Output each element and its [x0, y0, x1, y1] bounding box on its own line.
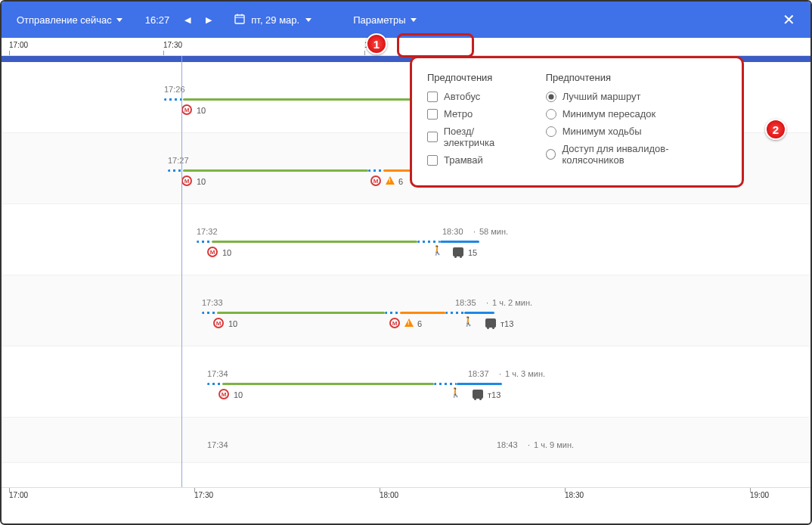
time-control: 16:27 ◀ ▶	[145, 14, 212, 26]
route-row[interactable]: 17:34 18:37 · 1 ч. 3 мин. М 10 🚶 т13	[2, 346, 810, 418]
depart-dropdown[interactable]: Отправление сейчас	[17, 14, 122, 26]
ruler-bottom: 17:00 17:30 18:00 18:30 19:00	[2, 487, 810, 505]
annotation-badge-2: 2	[765, 119, 786, 140]
checkbox-bus[interactable]: Автобус	[427, 91, 523, 102]
popup-heading: Предпочтения	[546, 72, 727, 83]
checkbox-train[interactable]: Поезд/электричка	[427, 126, 523, 148]
close-icon[interactable]: ✕	[783, 11, 795, 29]
metro-icon: М	[181, 176, 192, 186]
time-next-icon[interactable]: ▶	[206, 15, 212, 25]
popup-heading: Предпочтения	[427, 72, 523, 83]
checkbox-metro[interactable]: Метро	[427, 108, 523, 120]
route-row[interactable]: 17:33 18:35 · 1 ч. 2 мин. М 10 М 6 🚶 т13	[2, 275, 810, 346]
bus-icon	[485, 318, 496, 328]
params-dropdown[interactable]: Параметры	[353, 14, 416, 26]
now-line	[181, 56, 182, 487]
metro-icon: М	[370, 176, 381, 186]
chevron-down-icon	[116, 18, 122, 22]
chevron-down-icon	[411, 18, 417, 22]
date-control[interactable]: пт, 29 мар.	[234, 14, 311, 26]
metro-icon: М	[389, 318, 400, 328]
walk-icon: 🚶	[432, 245, 443, 256]
metro-icon: М	[181, 104, 192, 115]
svg-rect-0	[235, 15, 244, 23]
radio-best-route[interactable]: Лучший маршрут	[546, 91, 727, 102]
annotation-badge-1: 1	[366, 33, 387, 54]
metro-icon: М	[218, 389, 229, 399]
radio-less-walking[interactable]: Минимум ходьбы	[546, 126, 727, 137]
radio-fewer-transfers[interactable]: Минимум пересадок	[546, 108, 727, 120]
time-value[interactable]: 16:27	[145, 14, 170, 26]
walk-icon: 🚶	[463, 316, 474, 327]
bus-icon	[473, 390, 483, 399]
route-row[interactable]: 17:32 18:30 · 58 мин. М 10 🚶 15	[2, 204, 810, 275]
metro-icon: М	[213, 318, 224, 328]
walk-icon: 🚶	[450, 387, 461, 398]
chevron-down-icon	[305, 18, 311, 22]
annotation-highlight-1	[397, 33, 474, 57]
route-row[interactable]: 17:34 18:43 · 1 ч. 9 мин.	[2, 418, 810, 463]
time-prev-icon[interactable]: ◀	[184, 15, 191, 25]
radio-wheelchair[interactable]: Доступ для инвалидов-колясочников	[546, 143, 727, 166]
warning-icon	[404, 318, 414, 327]
calendar-icon	[234, 14, 245, 26]
params-popup: Предпочтения Автобус Метро Поезд/электри…	[410, 56, 744, 188]
metro-icon: М	[207, 247, 218, 257]
header: Отправление сейчас 16:27 ◀ ▶ пт, 29 мар.…	[2, 2, 810, 38]
warning-icon	[386, 176, 395, 185]
checkbox-tram[interactable]: Трамвай	[427, 154, 523, 166]
bus-icon	[453, 247, 463, 256]
